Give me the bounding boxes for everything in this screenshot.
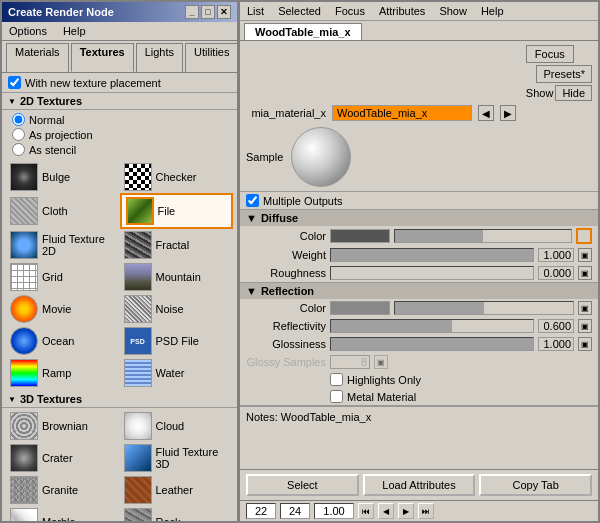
focus-button[interactable]: Focus	[526, 45, 574, 63]
reflectivity-value[interactable]	[538, 319, 574, 333]
texture-ramp-label: Ramp	[42, 367, 71, 379]
texture-fractal-label: Fractal	[156, 239, 190, 251]
minimize-button[interactable]: _	[185, 5, 199, 19]
maximize-button[interactable]: □	[201, 5, 215, 19]
status-val2[interactable]	[280, 503, 310, 519]
diffuse-color-slider[interactable]	[394, 229, 572, 243]
texture-placement-checkbox[interactable]	[8, 76, 21, 89]
reflectivity-connect[interactable]: ▣	[578, 319, 592, 333]
texture-fluid2d[interactable]: Fluid Texture 2D	[6, 229, 120, 261]
radio-projection-input[interactable]	[12, 128, 25, 141]
radio-projection-label: As projection	[29, 129, 93, 141]
diffuse-section-header[interactable]: ▼ Diffuse	[240, 210, 598, 226]
texture-checker[interactable]: Checker	[120, 161, 234, 193]
texture-leather[interactable]: Leather	[120, 474, 234, 506]
radio-normal-input[interactable]	[12, 113, 25, 126]
right-menu-selected[interactable]: Selected	[275, 4, 324, 18]
texture-ocean-thumb	[10, 327, 38, 355]
nav-next[interactable]: ▶	[398, 503, 414, 519]
texture-psd[interactable]: PSD PSD File	[120, 325, 234, 357]
highlights-only-checkbox[interactable]	[330, 373, 343, 386]
attr-name-label: mia_material_x	[246, 107, 326, 119]
glossy-samples-input[interactable]	[330, 355, 370, 369]
glossy-samples-connect[interactable]: ▣	[374, 355, 388, 369]
glossiness-connect[interactable]: ▣	[578, 337, 592, 351]
tab-materials[interactable]: Materials	[6, 43, 69, 72]
sample-label: Sample	[246, 151, 283, 163]
attr-options-button[interactable]: ▶	[500, 105, 516, 121]
diffuse-color-swatch[interactable]	[330, 229, 390, 243]
texture-movie[interactable]: Movie	[6, 293, 120, 325]
tab-utilities[interactable]: Utilities	[185, 43, 238, 72]
diffuse-roughness-connect[interactable]: ▣	[578, 266, 592, 280]
diffuse-color-connect[interactable]	[576, 228, 592, 244]
copy-tab-button[interactable]: Copy Tab	[479, 474, 592, 496]
texture-leather-label: Leather	[156, 484, 193, 496]
section-3d-header[interactable]: ▼ 3D Textures	[2, 391, 237, 408]
section-2d-header[interactable]: ▼ 2D Textures	[2, 93, 237, 110]
options-menu[interactable]: Options	[6, 24, 50, 38]
texture-water[interactable]: Water	[120, 357, 234, 389]
right-menu-focus[interactable]: Focus	[332, 4, 368, 18]
nav-prev-prev[interactable]: ⏮	[358, 503, 374, 519]
texture-marble[interactable]: Marble	[6, 506, 120, 521]
texture-cloud[interactable]: Cloud	[120, 410, 234, 442]
reflection-section-header[interactable]: ▼ Reflection	[240, 283, 598, 299]
texture-list-scroll[interactable]: ▼ 2D Textures Normal As projection As st…	[2, 93, 237, 521]
nav-next-next[interactable]: ⏭	[418, 503, 434, 519]
reflection-color-slider[interactable]	[394, 301, 574, 315]
right-tab-woodtable[interactable]: WoodTable_mia_x	[244, 23, 362, 40]
texture-brownian[interactable]: Brownian	[6, 410, 120, 442]
radio-stencil-input[interactable]	[12, 143, 25, 156]
attr-connect-button[interactable]: ◀	[478, 105, 494, 121]
reflection-color-swatch[interactable]	[330, 301, 390, 315]
diffuse-roughness-value[interactable]	[538, 266, 574, 280]
texture-crater[interactable]: Crater	[6, 442, 120, 474]
radio-normal: Normal	[12, 112, 227, 127]
presets-button[interactable]: Presets*	[536, 65, 592, 83]
right-menu-help[interactable]: Help	[478, 4, 507, 18]
diffuse-roughness-slider[interactable]	[330, 266, 534, 280]
nav-prev[interactable]: ◀	[378, 503, 394, 519]
status-val1[interactable]	[246, 503, 276, 519]
texture-file[interactable]: File	[120, 193, 234, 229]
diffuse-weight-value[interactable]	[538, 248, 574, 262]
right-menu-list[interactable]: List	[244, 4, 267, 18]
help-menu[interactable]: Help	[60, 24, 89, 38]
glossiness-row: Glossiness ▣	[240, 335, 598, 353]
texture-ocean[interactable]: Ocean	[6, 325, 120, 357]
texture-noise[interactable]: Noise	[120, 293, 234, 325]
metal-material-checkbox[interactable]	[330, 390, 343, 403]
multiple-outputs-checkbox[interactable]	[246, 194, 259, 207]
right-menu-show[interactable]: Show	[436, 4, 470, 18]
status-val3[interactable]	[314, 503, 354, 519]
texture-rock[interactable]: Rock	[120, 506, 234, 521]
reflection-color-connect[interactable]: ▣	[578, 301, 592, 315]
texture-fluid3d[interactable]: Fluid Texture 3D	[120, 442, 234, 474]
section-3d-label: 3D Textures	[20, 393, 82, 405]
glossiness-value[interactable]	[538, 337, 574, 351]
texture-granite[interactable]: Granite	[6, 474, 120, 506]
select-button[interactable]: Select	[246, 474, 359, 496]
load-attributes-button[interactable]: Load Attributes	[363, 474, 476, 496]
texture-fractal[interactable]: Fractal	[120, 229, 234, 261]
texture-water-label: Water	[156, 367, 185, 379]
diffuse-weight-slider[interactable]	[330, 248, 534, 262]
texture-bulge[interactable]: Bulge	[6, 161, 120, 193]
right-menu-attributes[interactable]: Attributes	[376, 4, 428, 18]
diffuse-section: ▼ Diffuse Color Weight ▣ Roughnes	[240, 210, 598, 283]
texture-grid[interactable]: Grid	[6, 261, 120, 293]
diffuse-weight-connect[interactable]: ▣	[578, 248, 592, 262]
texture-cloth[interactable]: Cloth	[6, 193, 120, 229]
glossiness-slider[interactable]	[330, 337, 534, 351]
attr-name-input[interactable]	[332, 105, 472, 121]
tab-lights[interactable]: Lights	[136, 43, 183, 72]
hide-button[interactable]: Hide	[555, 85, 592, 101]
texture-ramp[interactable]: Ramp	[6, 357, 120, 389]
texture-mountain[interactable]: Mountain	[120, 261, 234, 293]
close-button[interactable]: ✕	[217, 5, 231, 19]
texture-granite-label: Granite	[42, 484, 78, 496]
texture-brownian-label: Brownian	[42, 420, 88, 432]
tab-textures[interactable]: Textures	[71, 43, 134, 72]
reflectivity-slider[interactable]	[330, 319, 534, 333]
